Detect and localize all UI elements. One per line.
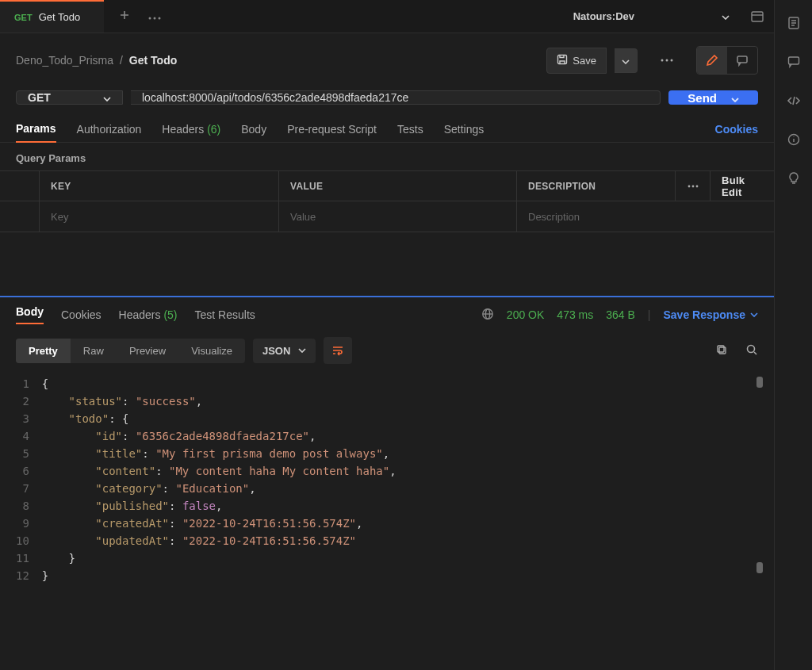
svg-point-1 <box>154 17 156 20</box>
breadcrumb-sep: / <box>120 54 123 67</box>
col-value: VALUE <box>279 171 517 201</box>
svg-point-0 <box>149 17 151 20</box>
response-tabs: Body Cookies Headers (5) Test Results 20… <box>0 297 774 329</box>
chevron-down-icon <box>731 91 739 105</box>
save-label: Save <box>573 55 596 67</box>
resp-tab-body[interactable]: Body <box>16 305 44 324</box>
column-options-icon[interactable] <box>676 171 710 201</box>
tab-bar: GET Get Todo Natours:Dev <box>0 0 774 33</box>
tab-title: Get Todo <box>39 11 81 23</box>
params-table: KEY VALUE DESCRIPTION Bulk Edit <box>0 170 774 232</box>
svg-point-6 <box>666 59 668 62</box>
right-sidebar <box>774 0 812 670</box>
save-icon <box>557 54 568 67</box>
response-view-mode: Pretty Raw Preview Visualize <box>16 339 245 363</box>
table-row <box>0 201 774 232</box>
svg-point-7 <box>671 59 673 62</box>
new-tab-icon[interactable] <box>118 9 131 24</box>
tab-authorization[interactable]: Authorization <box>77 117 142 142</box>
line-gutter: 123456789101112 <box>16 375 42 654</box>
documentation-icon[interactable] <box>787 16 801 33</box>
builder-mode-button[interactable] <box>697 47 727 74</box>
svg-rect-3 <box>752 12 763 21</box>
info-icon[interactable] <box>787 132 801 149</box>
view-mode-toggle <box>696 46 758 75</box>
request-more-icon[interactable] <box>653 47 680 74</box>
environment-quicklook-icon[interactable] <box>741 0 774 33</box>
copy-icon[interactable] <box>715 343 728 358</box>
request-header-row: Deno_Todo_Prisma / Get Todo Save <box>0 33 774 87</box>
comment-mode-button[interactable] <box>727 47 757 74</box>
param-desc-input[interactable] <box>528 211 763 223</box>
response-body-code[interactable]: 123456789101112 { "status": "success", "… <box>0 372 774 670</box>
view-preview[interactable]: Preview <box>117 339 178 363</box>
tab-get-todo[interactable]: GET Get Todo <box>0 0 104 33</box>
svg-rect-14 <box>719 347 726 354</box>
view-raw[interactable]: Raw <box>71 339 117 363</box>
svg-point-10 <box>691 185 694 187</box>
send-button[interactable]: Send <box>668 90 758 105</box>
save-button[interactable]: Save <box>546 48 607 74</box>
svg-rect-4 <box>558 55 567 63</box>
scrollbar-thumb[interactable] <box>756 562 763 573</box>
tab-headers[interactable]: Headers (6) <box>162 117 220 142</box>
tab-params[interactable]: Params <box>16 116 56 143</box>
col-description: DESCRIPTION <box>517 171 676 201</box>
cookies-link[interactable]: Cookies <box>715 123 758 136</box>
chevron-down-icon <box>722 10 730 22</box>
status-code: 200 OK <box>507 308 544 321</box>
svg-point-16 <box>748 345 755 352</box>
resp-tab-headers[interactable]: Headers (5) <box>119 308 178 321</box>
url-input[interactable] <box>131 90 661 105</box>
tab-prerequest[interactable]: Pre-request Script <box>287 117 377 142</box>
environment-selector[interactable]: Natours:Dev <box>562 0 741 33</box>
http-method-select[interactable]: GET <box>16 90 123 105</box>
send-label: Send <box>688 91 717 105</box>
svg-point-2 <box>159 17 161 20</box>
request-tabs: Params Authorization Headers (6) Body Pr… <box>0 116 774 143</box>
tab-settings[interactable]: Settings <box>444 117 485 142</box>
query-params-label: Query Params <box>0 143 774 170</box>
view-pretty[interactable]: Pretty <box>16 339 71 363</box>
svg-point-11 <box>695 185 698 187</box>
code-icon[interactable] <box>787 94 801 110</box>
save-response-button[interactable]: Save Response <box>664 308 759 321</box>
response-size: 364 B <box>606 308 635 321</box>
param-key-input[interactable] <box>51 211 267 223</box>
tab-method: GET <box>14 13 33 22</box>
tab-body[interactable]: Body <box>241 117 266 142</box>
wrap-lines-button[interactable] <box>324 337 352 364</box>
url-row: GET Send <box>0 87 774 116</box>
svg-rect-8 <box>737 56 747 63</box>
http-method-label: GET <box>28 91 51 104</box>
col-key: KEY <box>40 171 279 201</box>
bulk-edit-button[interactable]: Bulk Edit <box>710 171 774 201</box>
save-dropdown[interactable] <box>615 48 638 73</box>
network-icon[interactable] <box>481 308 494 323</box>
resp-tab-cookies[interactable]: Cookies <box>61 308 102 321</box>
breadcrumb: Deno_Todo_Prisma / Get Todo <box>16 54 177 67</box>
param-value-input[interactable] <box>290 211 505 223</box>
svg-point-9 <box>688 185 690 187</box>
response-panel: Body Cookies Headers (5) Test Results 20… <box>0 296 774 670</box>
svg-point-5 <box>661 59 664 62</box>
lightbulb-icon[interactable] <box>787 171 801 188</box>
scrollbar-thumb[interactable] <box>756 377 763 388</box>
breadcrumb-current: Get Todo <box>129 54 177 67</box>
tab-tests[interactable]: Tests <box>397 117 423 142</box>
comments-icon[interactable] <box>787 55 801 71</box>
breadcrumb-parent[interactable]: Deno_Todo_Prisma <box>16 54 113 67</box>
tab-overflow-icon[interactable] <box>148 10 161 22</box>
search-icon[interactable] <box>745 343 758 358</box>
resp-tab-test-results[interactable]: Test Results <box>195 308 255 321</box>
response-toolbar: Pretty Raw Preview Visualize JSON <box>0 329 774 372</box>
format-select[interactable]: JSON <box>253 339 316 363</box>
environment-name: Natours:Dev <box>573 10 634 22</box>
view-visualize[interactable]: Visualize <box>178 339 245 363</box>
response-time: 473 ms <box>557 308 593 321</box>
svg-rect-18 <box>788 57 799 64</box>
chevron-down-icon <box>103 91 111 104</box>
svg-rect-15 <box>718 346 724 352</box>
